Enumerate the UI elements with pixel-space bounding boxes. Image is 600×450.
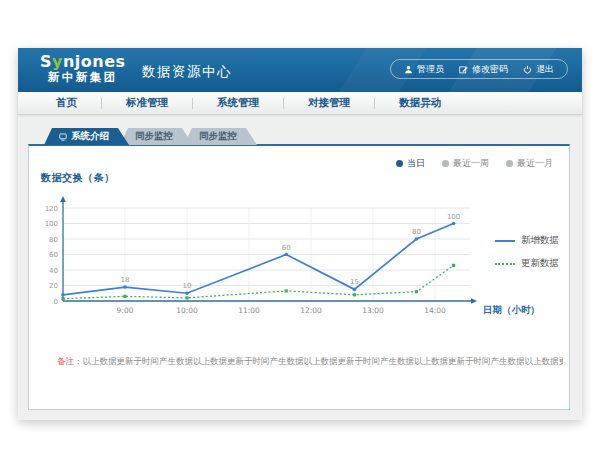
tab-label: 同步监控 <box>199 130 237 143</box>
brand-logo-subtext: 新中新集团 <box>40 70 126 84</box>
userbar-item-label: 修改密码 <box>472 63 508 76</box>
svg-text:13:00: 13:00 <box>362 306 384 315</box>
svg-text:80: 80 <box>49 236 58 244</box>
document-icon <box>59 133 67 141</box>
svg-text:9:00: 9:00 <box>117 306 134 315</box>
radio-0[interactable]: 当日 <box>396 157 425 170</box>
site-frame: Synjones 新中新集团 数据资源中心 管理员修改密码退出 首页标准管理系统… <box>18 48 582 420</box>
nav-item-2[interactable]: 系统管理 <box>193 96 283 110</box>
content-panel: 当日最近一周最近一月 数据交换（条） 0204060801001209:0010… <box>28 144 570 410</box>
user-icon <box>404 65 413 74</box>
nav-item-3[interactable]: 对接管理 <box>284 96 374 110</box>
chart-legend: 新增数据更新数据 <box>495 234 559 270</box>
legend-item-1: 更新数据 <box>495 257 559 270</box>
radio-1[interactable]: 最近一周 <box>442 157 489 170</box>
tab-1[interactable]: 同步监控 <box>120 128 193 145</box>
svg-text:40: 40 <box>49 267 58 275</box>
tab-label: 系统介绍 <box>71 130 109 143</box>
svg-text:100: 100 <box>45 220 58 228</box>
legend-line-sample <box>495 240 515 242</box>
chart-y-axis-title: 数据交换（条） <box>41 171 115 185</box>
line-chart: 0204060801001209:0010:0011:0012:0013:001… <box>45 186 550 324</box>
svg-text:18: 18 <box>121 276 130 284</box>
power-icon <box>523 65 532 74</box>
userbar-item-label: 退出 <box>536 63 554 76</box>
radio-label: 当日 <box>407 157 425 170</box>
legend-item-0: 新增数据 <box>495 234 559 247</box>
legend-label: 新增数据 <box>521 234 559 247</box>
edit-icon <box>459 65 468 74</box>
tab-bar: 系统介绍同步监控同步监控 <box>44 128 248 145</box>
radio-dot-icon <box>442 160 449 167</box>
user-menu: 管理员修改密码退出 <box>390 59 568 79</box>
radio-label: 最近一周 <box>453 157 489 170</box>
tab-2[interactable]: 同步监控 <box>184 128 257 145</box>
radio-label: 最近一月 <box>517 157 553 170</box>
screenshot-canvas: Synjones 新中新集团 数据资源中心 管理员修改密码退出 首页标准管理系统… <box>0 0 600 450</box>
nav-item-0[interactable]: 首页 <box>32 96 101 110</box>
svg-text:12:00: 12:00 <box>300 306 322 315</box>
tab-label: 同步监控 <box>135 130 173 143</box>
svg-text:100: 100 <box>447 213 460 221</box>
svg-text:10: 10 <box>183 282 192 290</box>
footnote-text: 以上数据更新于时间产生数据以上数据更新于时间产生数据以上数据更新于时间产生数据以… <box>83 356 564 366</box>
footnote-prefix: 备注： <box>57 356 83 366</box>
svg-text:60: 60 <box>49 251 58 259</box>
svg-text:日期（小时）: 日期（小时） <box>483 304 540 316</box>
svg-text:10:00: 10:00 <box>176 306 198 315</box>
svg-text:0: 0 <box>54 298 58 306</box>
userbar-item-2[interactable]: 退出 <box>523 63 554 76</box>
svg-text:15: 15 <box>350 278 359 286</box>
svg-text:60: 60 <box>282 244 291 252</box>
brand-logo[interactable]: Synjones 新中新集团 <box>40 53 126 84</box>
svg-text:20: 20 <box>49 282 58 290</box>
svg-text:14:00: 14:00 <box>424 306 446 315</box>
main-nav: 首页标准管理系统管理对接管理数据异动 <box>18 92 582 115</box>
page-title: 数据资源中心 <box>142 63 232 81</box>
svg-text:80: 80 <box>412 228 421 236</box>
tab-0[interactable]: 系统介绍 <box>44 128 129 145</box>
userbar-item-1[interactable]: 修改密码 <box>459 63 508 76</box>
radio-dot-icon <box>506 160 513 167</box>
legend-line-sample <box>495 263 515 265</box>
nav-item-4[interactable]: 数据异动 <box>375 96 465 110</box>
userbar-item-0[interactable]: 管理员 <box>404 63 444 76</box>
chart-area: 0204060801001209:0010:0011:0012:0013:001… <box>45 186 550 324</box>
time-range-filters: 当日最近一周最近一月 <box>396 157 553 170</box>
radio-dot-icon <box>396 160 403 167</box>
svg-text:120: 120 <box>45 205 58 213</box>
userbar-item-label: 管理员 <box>417 63 444 76</box>
svg-text:11:00: 11:00 <box>238 306 260 315</box>
nav-item-1[interactable]: 标准管理 <box>102 96 192 110</box>
legend-label: 更新数据 <box>521 257 559 270</box>
radio-2[interactable]: 最近一月 <box>506 157 553 170</box>
footnote: 备注：以上数据更新于时间产生数据以上数据更新于时间产生数据以上数据更新于时间产生… <box>57 356 563 368</box>
app-header: Synjones 新中新集团 数据资源中心 管理员修改密码退出 <box>18 48 582 92</box>
brand-logo-text: Synjones <box>40 53 126 70</box>
